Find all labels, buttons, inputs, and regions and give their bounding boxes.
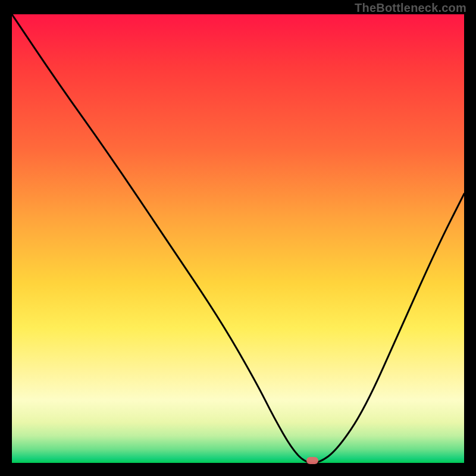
plot-area	[12, 14, 464, 463]
optimal-point-marker	[306, 457, 318, 464]
bottleneck-curve	[12, 14, 464, 463]
attribution-label: TheBottleneck.com	[355, 1, 466, 15]
chart-container: TheBottleneck.com	[0, 0, 476, 476]
